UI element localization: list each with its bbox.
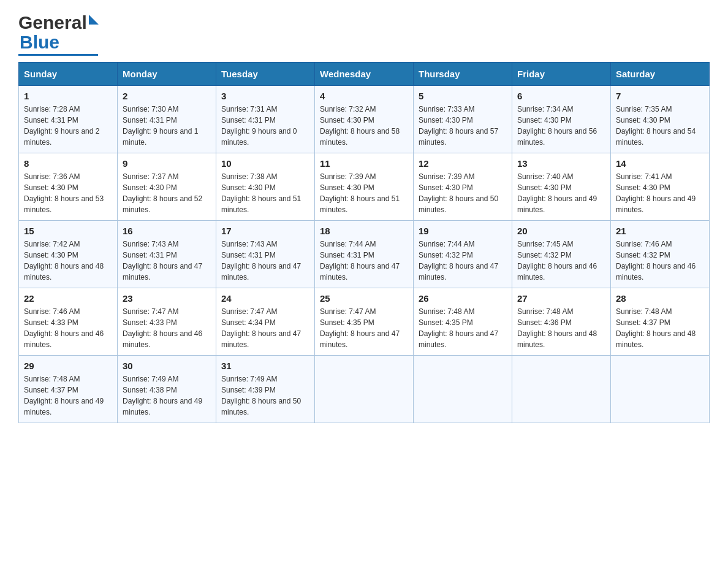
day-info: Sunrise: 7:38 AM Sunset: 4:30 PM Dayligh…	[221, 171, 309, 215]
day-number: 5	[419, 91, 507, 101]
day-number: 28	[616, 293, 704, 304]
calendar-cell: 27 Sunrise: 7:48 AM Sunset: 4:36 PM Dayl…	[512, 288, 611, 356]
day-number: 25	[320, 293, 408, 304]
day-info: Sunrise: 7:45 AM Sunset: 4:32 PM Dayligh…	[517, 239, 605, 283]
day-number: 19	[419, 226, 507, 236]
day-number: 24	[221, 293, 309, 304]
day-number: 10	[221, 158, 309, 169]
day-number: 11	[320, 158, 408, 169]
calendar-cell: 29 Sunrise: 7:48 AM Sunset: 4:37 PM Dayl…	[19, 356, 118, 423]
logo-blue-row: Blue	[18, 32, 59, 53]
calendar-cell: 15 Sunrise: 7:42 AM Sunset: 4:30 PM Dayl…	[19, 221, 118, 288]
day-number: 7	[616, 91, 704, 101]
calendar-cell: 3 Sunrise: 7:31 AM Sunset: 4:31 PM Dayli…	[216, 86, 315, 153]
day-info: Sunrise: 7:46 AM Sunset: 4:33 PM Dayligh…	[24, 306, 112, 350]
col-header-tuesday: Tuesday	[216, 63, 315, 86]
day-info: Sunrise: 7:33 AM Sunset: 4:30 PM Dayligh…	[419, 104, 507, 148]
calendar-cell: 23 Sunrise: 7:47 AM Sunset: 4:33 PM Dayl…	[118, 288, 216, 356]
day-number: 6	[517, 91, 605, 101]
calendar-cell: 12 Sunrise: 7:39 AM Sunset: 4:30 PM Dayl…	[414, 153, 512, 221]
calendar-cell: 7 Sunrise: 7:35 AM Sunset: 4:30 PM Dayli…	[611, 86, 710, 153]
calendar-cell: 22 Sunrise: 7:46 AM Sunset: 4:33 PM Dayl…	[19, 288, 118, 356]
col-header-friday: Friday	[512, 63, 611, 86]
day-info: Sunrise: 7:47 AM Sunset: 4:33 PM Dayligh…	[123, 306, 211, 350]
day-info: Sunrise: 7:48 AM Sunset: 4:35 PM Dayligh…	[419, 306, 507, 350]
calendar-week-row: 29 Sunrise: 7:48 AM Sunset: 4:37 PM Dayl…	[19, 356, 710, 423]
page-header: General Blue	[18, 12, 710, 56]
calendar-cell: 1 Sunrise: 7:28 AM Sunset: 4:31 PM Dayli…	[19, 86, 118, 153]
day-number: 22	[24, 293, 112, 304]
calendar-cell: 8 Sunrise: 7:36 AM Sunset: 4:30 PM Dayli…	[19, 153, 118, 221]
day-number: 17	[221, 226, 309, 236]
day-number: 13	[517, 158, 605, 169]
day-info: Sunrise: 7:35 AM Sunset: 4:30 PM Dayligh…	[616, 104, 704, 148]
calendar-cell: 13 Sunrise: 7:40 AM Sunset: 4:30 PM Dayl…	[512, 153, 611, 221]
day-info: Sunrise: 7:31 AM Sunset: 4:31 PM Dayligh…	[221, 104, 309, 148]
calendar-cell: 14 Sunrise: 7:41 AM Sunset: 4:30 PM Dayl…	[611, 153, 710, 221]
day-info: Sunrise: 7:34 AM Sunset: 4:30 PM Dayligh…	[517, 104, 605, 148]
calendar-cell: 31 Sunrise: 7:49 AM Sunset: 4:39 PM Dayl…	[216, 356, 315, 423]
day-info: Sunrise: 7:46 AM Sunset: 4:32 PM Dayligh…	[616, 239, 704, 283]
day-number: 21	[616, 226, 704, 236]
col-header-sunday: Sunday	[19, 63, 118, 86]
day-info: Sunrise: 7:30 AM Sunset: 4:31 PM Dayligh…	[123, 104, 211, 148]
calendar-cell: 20 Sunrise: 7:45 AM Sunset: 4:32 PM Dayl…	[512, 221, 611, 288]
day-info: Sunrise: 7:32 AM Sunset: 4:30 PM Dayligh…	[320, 104, 408, 148]
calendar-table: SundayMondayTuesdayWednesdayThursdayFrid…	[18, 62, 710, 423]
day-info: Sunrise: 7:39 AM Sunset: 4:30 PM Dayligh…	[419, 171, 507, 215]
day-number: 29	[24, 361, 112, 371]
logo-row: General	[18, 12, 99, 33]
calendar-cell: 21 Sunrise: 7:46 AM Sunset: 4:32 PM Dayl…	[611, 221, 710, 288]
day-info: Sunrise: 7:47 AM Sunset: 4:34 PM Dayligh…	[221, 306, 309, 350]
calendar-header-row: SundayMondayTuesdayWednesdayThursdayFrid…	[19, 63, 710, 86]
calendar-cell	[315, 356, 414, 423]
day-number: 20	[517, 226, 605, 236]
col-header-saturday: Saturday	[611, 63, 710, 86]
day-info: Sunrise: 7:42 AM Sunset: 4:30 PM Dayligh…	[24, 239, 112, 283]
day-info: Sunrise: 7:48 AM Sunset: 4:37 PM Dayligh…	[24, 373, 112, 418]
day-info: Sunrise: 7:44 AM Sunset: 4:31 PM Dayligh…	[320, 239, 408, 283]
day-number: 27	[517, 293, 605, 304]
day-info: Sunrise: 7:40 AM Sunset: 4:30 PM Dayligh…	[517, 171, 605, 215]
calendar-cell: 16 Sunrise: 7:43 AM Sunset: 4:31 PM Dayl…	[118, 221, 216, 288]
calendar-week-row: 15 Sunrise: 7:42 AM Sunset: 4:30 PM Dayl…	[19, 221, 710, 288]
logo-general-text: General	[18, 12, 87, 33]
day-number: 23	[123, 293, 211, 304]
day-number: 30	[123, 361, 211, 371]
calendar-cell	[611, 356, 710, 423]
day-info: Sunrise: 7:47 AM Sunset: 4:35 PM Dayligh…	[320, 306, 408, 350]
calendar-cell: 6 Sunrise: 7:34 AM Sunset: 4:30 PM Dayli…	[512, 86, 611, 153]
calendar-cell: 18 Sunrise: 7:44 AM Sunset: 4:31 PM Dayl…	[315, 221, 414, 288]
day-info: Sunrise: 7:48 AM Sunset: 4:37 PM Dayligh…	[616, 306, 704, 350]
calendar-cell: 4 Sunrise: 7:32 AM Sunset: 4:30 PM Dayli…	[315, 86, 414, 153]
col-header-monday: Monday	[118, 63, 216, 86]
day-number: 3	[221, 91, 309, 101]
calendar-cell: 30 Sunrise: 7:49 AM Sunset: 4:38 PM Dayl…	[118, 356, 216, 423]
day-info: Sunrise: 7:48 AM Sunset: 4:36 PM Dayligh…	[517, 306, 605, 350]
day-number: 4	[320, 91, 408, 101]
day-info: Sunrise: 7:49 AM Sunset: 4:38 PM Dayligh…	[123, 373, 211, 418]
calendar-cell	[414, 356, 512, 423]
day-number: 1	[24, 91, 112, 101]
calendar-week-row: 8 Sunrise: 7:36 AM Sunset: 4:30 PM Dayli…	[19, 153, 710, 221]
day-info: Sunrise: 7:43 AM Sunset: 4:31 PM Dayligh…	[221, 239, 309, 283]
calendar-cell: 19 Sunrise: 7:44 AM Sunset: 4:32 PM Dayl…	[414, 221, 512, 288]
day-number: 18	[320, 226, 408, 236]
logo-blue-text: Blue	[20, 32, 59, 53]
day-info: Sunrise: 7:37 AM Sunset: 4:30 PM Dayligh…	[123, 171, 211, 215]
calendar-cell: 17 Sunrise: 7:43 AM Sunset: 4:31 PM Dayl…	[216, 221, 315, 288]
day-info: Sunrise: 7:28 AM Sunset: 4:31 PM Dayligh…	[24, 104, 112, 148]
day-info: Sunrise: 7:41 AM Sunset: 4:30 PM Dayligh…	[616, 171, 704, 215]
day-number: 9	[123, 158, 211, 169]
col-header-wednesday: Wednesday	[315, 63, 414, 86]
calendar-cell: 24 Sunrise: 7:47 AM Sunset: 4:34 PM Dayl…	[216, 288, 315, 356]
logo-container: General Blue	[18, 12, 99, 56]
calendar-cell: 26 Sunrise: 7:48 AM Sunset: 4:35 PM Dayl…	[414, 288, 512, 356]
day-info: Sunrise: 7:43 AM Sunset: 4:31 PM Dayligh…	[123, 239, 211, 283]
logo-underline	[18, 54, 98, 56]
logo-area: General Blue	[18, 12, 99, 56]
calendar-cell: 25 Sunrise: 7:47 AM Sunset: 4:35 PM Dayl…	[315, 288, 414, 356]
day-info: Sunrise: 7:49 AM Sunset: 4:39 PM Dayligh…	[221, 373, 309, 418]
day-number: 31	[221, 361, 309, 371]
day-info: Sunrise: 7:39 AM Sunset: 4:30 PM Dayligh…	[320, 171, 408, 215]
